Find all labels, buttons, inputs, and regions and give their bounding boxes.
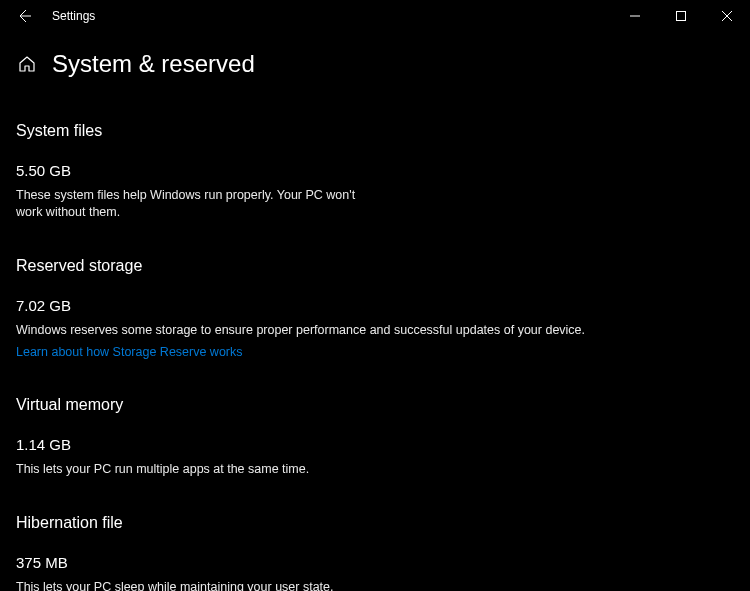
maximize-button[interactable]: [658, 0, 704, 32]
section-description: This lets your PC sleep while maintainin…: [16, 579, 734, 592]
page-header: System & reserved: [0, 32, 750, 86]
home-icon[interactable]: [16, 53, 38, 75]
window-controls: [612, 0, 750, 32]
section-description: These system files help Windows run prop…: [16, 187, 366, 221]
section-value: 5.50 GB: [16, 162, 734, 179]
content: System files 5.50 GB These system files …: [0, 122, 750, 591]
close-button[interactable]: [704, 0, 750, 32]
close-icon: [722, 11, 732, 21]
arrow-left-icon: [16, 8, 32, 24]
section-value: 1.14 GB: [16, 436, 734, 453]
titlebar: Settings: [0, 0, 750, 32]
minimize-button[interactable]: [612, 0, 658, 32]
section-heading: Hibernation file: [16, 514, 734, 532]
section-value: 7.02 GB: [16, 297, 734, 314]
section-heading: Reserved storage: [16, 257, 734, 275]
section-virtual-memory: Virtual memory 1.14 GB This lets your PC…: [16, 396, 734, 478]
page-title: System & reserved: [52, 50, 255, 78]
section-hibernation-file: Hibernation file 375 MB This lets your P…: [16, 514, 734, 592]
svg-rect-1: [677, 12, 686, 21]
back-button[interactable]: [8, 0, 40, 32]
window-title: Settings: [52, 9, 95, 23]
section-description: Windows reserves some storage to ensure …: [16, 322, 734, 339]
maximize-icon: [676, 11, 686, 21]
section-value: 375 MB: [16, 554, 734, 571]
learn-more-link[interactable]: Learn about how Storage Reserve works: [16, 345, 243, 359]
section-description: This lets your PC run multiple apps at t…: [16, 461, 734, 478]
section-system-files: System files 5.50 GB These system files …: [16, 122, 734, 221]
section-reserved-storage: Reserved storage 7.02 GB Windows reserve…: [16, 257, 734, 360]
section-heading: System files: [16, 122, 734, 140]
minimize-icon: [630, 11, 640, 21]
section-heading: Virtual memory: [16, 396, 734, 414]
